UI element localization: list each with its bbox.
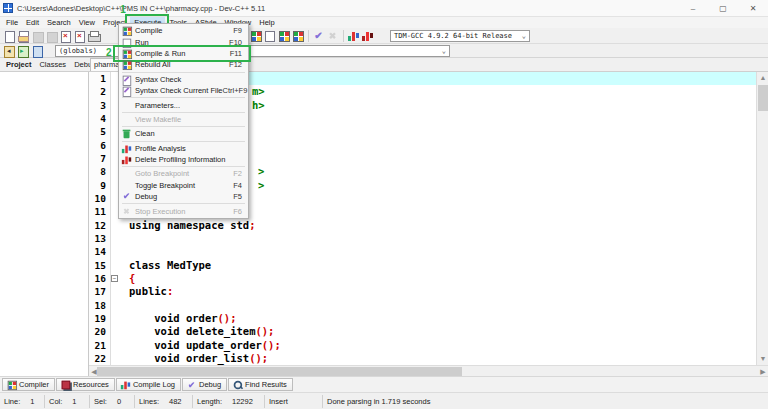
fold-column: − (111, 272, 119, 285)
menu-icon-slot (121, 169, 133, 178)
maximize-button[interactable]: ▢ (708, 0, 738, 17)
syntax-check-icon (121, 86, 132, 96)
close-file-icon[interactable] (59, 30, 72, 42)
compiler-profile-combo[interactable]: TDM-GCC 4.9.2 64-bit Release ⌄ (390, 30, 530, 42)
menu-file[interactable]: File (2, 17, 22, 28)
vertical-scrollbar[interactable]: ▲ ▼ (756, 72, 768, 365)
close-button[interactable]: ✕ (738, 0, 768, 17)
report-tab-resources[interactable]: Resources (56, 378, 115, 391)
code-segment: order_list (180, 352, 250, 364)
menu-item-rebuild-all[interactable]: Rebuild AllF12 (119, 59, 248, 70)
goto-bookmarks-icon[interactable] (31, 45, 44, 57)
app-icon (3, 3, 13, 13)
globals-combo[interactable]: (globals) ⌄ (55, 45, 450, 57)
menu-item-label: Profile Analysis (135, 144, 186, 153)
menu-item-shortcut: F5 (233, 192, 242, 201)
toolbar-separator (308, 30, 309, 42)
report-tab-find-results[interactable]: Find Results (228, 378, 293, 391)
execute-menu-dropdown: CompileF9RunF10Compile & RunF112Rebuild … (118, 23, 249, 219)
menu-item-delete-profiling-information[interactable]: Delete Profiling Information (119, 154, 248, 165)
scroll-down-icon[interactable]: ▼ (757, 353, 768, 365)
horizontal-scrollbar[interactable]: ◀ ▶ (89, 365, 768, 376)
menu-view[interactable]: View (75, 17, 99, 28)
compile-icon (121, 26, 132, 36)
scroll-up-icon[interactable]: ▲ (757, 72, 768, 84)
line-number: 9 (89, 179, 111, 192)
menu-item-clean[interactable]: Clean (119, 128, 248, 139)
delete-profiling-icon[interactable] (361, 30, 374, 42)
file-tab-pharmacy[interactable]: pharmacy.cpp (90, 58, 120, 71)
report-tab-compiler[interactable]: Compiler (2, 378, 55, 391)
line-number: 4 (89, 112, 111, 125)
close-all-icon[interactable] (73, 30, 86, 42)
menu-item-label: View Makefile (135, 115, 181, 124)
menu-item-compile[interactable]: CompileF9 (119, 25, 248, 36)
insert-icon[interactable] (3, 45, 16, 57)
fold-column (111, 325, 119, 338)
panel-tab-classes[interactable]: Classes (35, 59, 70, 71)
panel-tab-project[interactable]: Project (2, 59, 35, 71)
status-value: 0 (117, 397, 121, 406)
open-file-icon[interactable] (17, 30, 30, 42)
code-segment (129, 352, 154, 364)
menu-item-view-makefile: View Makefile (119, 114, 248, 125)
line-number: 10 (89, 192, 111, 205)
menu-item-syntax-check-current-file[interactable]: Syntax Check Current FileCtrl+F9 (119, 85, 248, 96)
vertical-scroll-thumb[interactable] (758, 85, 768, 111)
menu-item-toggle-breakpoint[interactable]: Toggle BreakpointF4 (119, 180, 248, 191)
abort-compilation-icon[interactable]: ✖ (326, 30, 339, 42)
menu-item-run[interactable]: RunF10 (119, 36, 248, 47)
line-number: 7 (89, 152, 111, 165)
menu-item-parameters[interactable]: Parameters... (119, 99, 248, 110)
menu-item-debug[interactable]: ✔DebugF5 (119, 191, 248, 202)
line-number: 14 (89, 245, 111, 258)
minimize-button[interactable]: – (678, 0, 708, 17)
debug-check-icon[interactable]: ✔ (312, 30, 325, 42)
menu-icon-slot (121, 155, 133, 164)
project-browser-panel[interactable] (0, 72, 89, 376)
menu-edit[interactable]: Edit (22, 17, 43, 28)
menu-icon-slot (121, 86, 133, 95)
compile-and-run-icon[interactable] (277, 30, 290, 42)
new-file-icon[interactable] (3, 30, 16, 42)
save-icon[interactable] (31, 30, 44, 42)
debug-icon: ✔ (186, 379, 197, 389)
rebuild-all-icon[interactable] (291, 30, 304, 42)
code-segment: namespace (167, 219, 224, 231)
menu-separator (122, 126, 245, 127)
print-icon[interactable] (87, 30, 100, 42)
horizontal-scroll-thumb[interactable] (97, 367, 462, 376)
profile-analysis-icon[interactable] (347, 30, 360, 42)
menu-item-shortcut: F4 (233, 181, 242, 190)
menu-help[interactable]: Help (255, 17, 278, 28)
report-tab-compile-log[interactable]: Compile Log (116, 378, 181, 391)
menu-item-shortcut: F12 (229, 60, 242, 69)
menu-icon-slot: ✖ (121, 206, 133, 215)
menu-search[interactable]: Search (43, 17, 75, 28)
menu-item-compile-run[interactable]: Compile & RunF112 (119, 48, 248, 59)
fold-column (111, 352, 119, 365)
code-line: 13 (89, 232, 756, 245)
report-tab-debug[interactable]: ✔Debug (182, 378, 227, 391)
code-segment: void (154, 312, 179, 324)
status-segment: Lines:482 (135, 395, 193, 408)
line-number: 19 (89, 312, 111, 325)
code-segment: class (129, 259, 161, 271)
run-icon[interactable] (263, 30, 276, 42)
status-value: Done parsing in 1.719 seconds (327, 397, 430, 406)
status-segment: Line:1 (0, 395, 45, 408)
status-value: 482 (169, 397, 182, 406)
menu-item-syntax-check[interactable]: Syntax Check (119, 74, 248, 85)
code-line: 17public: (89, 285, 756, 298)
fold-marker-icon[interactable]: − (111, 275, 118, 282)
code-text (119, 299, 756, 312)
toggle-bookmarks-icon[interactable] (17, 45, 30, 57)
compile-icon[interactable] (249, 30, 262, 42)
menu-item-profile-analysis[interactable]: Profile Analysis (119, 143, 248, 154)
menu-icon-slot (121, 144, 133, 153)
menu-separator (122, 166, 245, 167)
code-segment: ; (249, 219, 255, 231)
save-all-icon[interactable] (45, 30, 58, 42)
menu-item-label: Parameters... (135, 101, 180, 110)
menu-item-label: Compile & Run (135, 49, 185, 58)
